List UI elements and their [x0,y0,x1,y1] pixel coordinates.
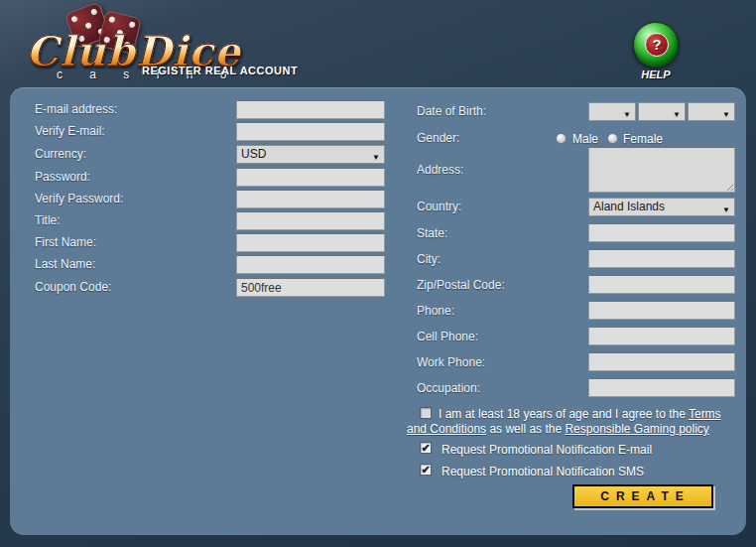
verify-email-input[interactable] [236,122,385,141]
help-ball-icon: ? [633,22,679,68]
occupation-label: Occupation: [417,381,480,395]
occupation-input[interactable] [588,378,735,397]
zip-label: Zip/Postal Code: [417,278,505,292]
password-input[interactable] [236,168,385,187]
question-mark-icon: ? [645,33,669,57]
gender-female-label: Female [623,132,663,146]
title-label: Title: [35,213,61,227]
work-phone-input[interactable] [588,352,735,371]
dob-month-select[interactable]: ▼ [638,102,686,121]
dob-year-select[interactable]: ▼ [688,102,735,121]
city-label: City: [417,252,441,266]
verify-email-label: Verify E-mail: [35,124,105,138]
gender-male-radio[interactable] [556,133,567,144]
title-input[interactable] [236,211,385,230]
verify-password-label: Verify Password: [35,192,123,205]
registration-form-panel: E-mail address: Verify E-mail: Currency:… [10,87,746,535]
help-button[interactable]: ? HELP [632,22,680,80]
cell-phone-label: Cell Phone: [417,330,478,343]
age-text-middle: as well as the [486,422,565,436]
currency-label: Currency: [35,147,86,161]
create-button[interactable]: CREATE [572,484,713,508]
chevron-down-icon: ▼ [722,106,730,123]
country-select[interactable]: Aland Islands ▼ [588,198,735,216]
chevron-down-icon: ▼ [673,106,681,123]
coupon-code-input[interactable] [236,278,385,297]
state-label: State: [417,226,447,240]
promo-sms-label: Request Promotional Notification SMS [441,465,644,479]
first-name-label: First Name: [35,235,96,249]
promo-email-label: Request Promotional Notification E-mail [441,443,652,457]
age-agree-text: I am at least 18 years of age and I agre… [407,407,736,437]
dob-label: Date of Birth: [417,104,486,118]
country-label: Country: [417,200,461,213]
last-name-label: Last Name: [35,257,95,271]
verify-password-input[interactable] [236,190,385,208]
email-label: E-mail address: [35,102,117,116]
zip-input[interactable] [588,275,735,294]
country-selected-value: Aland Islands [593,200,665,213]
phone-input[interactable] [588,301,735,320]
password-label: Password: [35,170,90,184]
page-title: REGISTER REAL ACCOUNT [142,65,298,76]
email-input[interactable] [236,100,385,119]
state-input[interactable] [588,223,735,242]
header: ClubDice c a s i n o REGISTER REAL ACCOU… [0,0,756,87]
promo-sms-checkbox[interactable] [420,464,432,476]
currency-selected-value: USD [241,147,266,161]
city-input[interactable] [588,249,735,268]
resize-grip-icon[interactable] [724,182,733,191]
chevron-down-icon: ▼ [372,149,380,166]
phone-label: Phone: [417,304,454,318]
gender-male-label: Male [572,132,598,146]
last-name-input[interactable] [236,255,385,274]
address-label: Address: [417,163,463,177]
chevron-down-icon: ▼ [623,106,631,123]
dob-day-select[interactable]: ▼ [588,102,636,121]
first-name-input[interactable] [236,233,385,252]
work-phone-label: Work Phone: [417,355,485,369]
help-label: HELP [632,68,680,80]
clubdice-logo: ClubDice c a s i n o REGISTER REAL ACCOU… [24,4,421,87]
age-text-before: I am at least 18 years of age and I agre… [439,407,689,421]
currency-select[interactable]: USD ▼ [236,145,385,164]
promo-email-checkbox[interactable] [420,442,432,454]
cell-phone-input[interactable] [588,327,735,345]
gender-female-radio[interactable] [607,133,618,144]
coupon-code-label: Coupon Code: [35,280,111,294]
address-textarea[interactable] [588,147,735,193]
responsible-gaming-link[interactable]: Responsible Gaming policy [565,422,708,436]
gender-label: Gender: [417,131,459,145]
chevron-down-icon: ▼ [722,202,730,218]
